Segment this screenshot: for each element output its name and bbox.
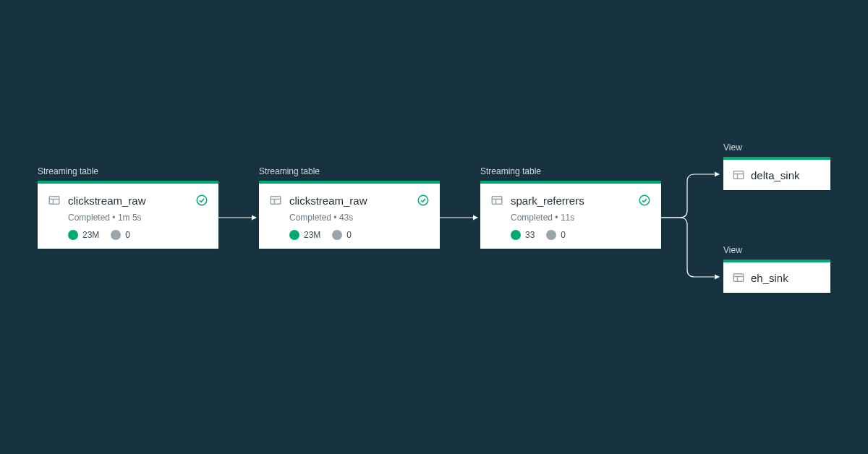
check-circle-icon [417,194,430,207]
dot-gray-icon [332,230,342,240]
dot-green-icon [68,230,78,240]
metric-value: 0 [346,230,352,240]
metric-processed: 23M [289,230,320,240]
pipeline-canvas: Streaming table clickstream_raw [0,0,868,454]
node-card: spark_referrers Completed • 11s 33 0 [480,181,661,249]
dot-gray-icon [546,230,556,240]
metric-value: 0 [125,230,130,240]
pipeline-node[interactable]: View eh_sink [723,245,830,293]
node-metrics: 33 0 [511,230,651,240]
check-circle-icon [638,194,651,207]
dot-green-icon [511,230,521,240]
node-title: clickstream_raw [289,194,409,207]
pipeline-node[interactable]: Streaming table clickstream_raw [38,166,218,249]
node-title-row: spark_referrers [490,194,651,207]
node-title-row: eh_sink [732,271,822,284]
node-card: eh_sink [723,260,830,293]
svg-rect-10 [492,197,502,205]
node-title-row: clickstream_raw [269,194,430,207]
metric-value: 23M [304,230,320,240]
table-icon [732,168,745,181]
node-card: clickstream_raw Completed • 1m 5s 23M 0 [38,181,218,249]
pipeline-node[interactable]: View delta_sink [723,142,830,190]
node-type-label: View [723,142,830,153]
svg-rect-14 [733,171,744,179]
node-title: spark_referrers [511,194,631,207]
node-title-row: delta_sink [732,168,822,181]
svg-point-13 [639,195,650,205]
svg-point-5 [197,195,207,205]
node-title-row: clickstream_raw [48,194,208,207]
svg-rect-2 [49,197,59,205]
metric-secondary: 0 [332,230,352,240]
node-card: delta_sink [723,157,830,190]
metric-value: 33 [525,230,535,240]
node-card: clickstream_raw Completed • 43s 23M 0 [259,181,440,249]
node-type-label: Streaming table [38,166,218,176]
metric-value: 23M [82,230,99,240]
metric-secondary: 0 [546,230,566,240]
pipeline-node[interactable]: Streaming table spark_referrers [480,166,661,249]
node-status-text: Completed • 1m 5s [68,213,208,223]
check-circle-icon [195,194,208,207]
node-metrics: 23M 0 [289,230,430,240]
node-title: clickstream_raw [68,194,188,207]
metric-secondary: 0 [111,230,130,240]
dot-gray-icon [111,230,121,240]
node-status-text: Completed • 43s [289,213,430,223]
table-icon [490,194,503,207]
node-title: eh_sink [751,272,822,284]
svg-point-9 [418,195,428,205]
node-metrics: 23M 0 [68,230,208,240]
metric-processed: 33 [511,230,535,240]
node-type-label: Streaming table [259,166,440,176]
svg-rect-17 [733,274,744,282]
node-type-label: Streaming table [480,166,661,176]
node-type-label: View [723,245,830,255]
dot-green-icon [289,230,299,240]
svg-rect-6 [271,197,281,205]
table-icon [48,194,61,207]
node-status-text: Completed • 11s [511,213,651,223]
metric-processed: 23M [68,230,99,240]
table-icon [269,194,282,207]
metric-value: 0 [561,230,566,240]
table-icon [732,271,745,284]
node-title: delta_sink [751,169,822,181]
pipeline-node[interactable]: Streaming table clickstream_raw [259,166,440,249]
